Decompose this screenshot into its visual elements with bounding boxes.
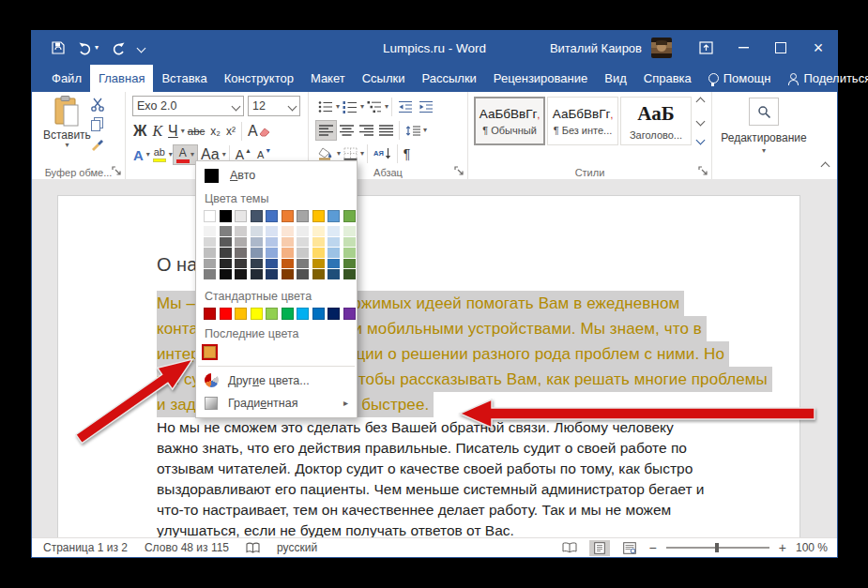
redo-button[interactable] (111, 40, 126, 55)
theme-variant-swatch[interactable] (297, 248, 309, 258)
styles-scroll-down-icon[interactable] (696, 116, 706, 126)
align-right-button[interactable] (357, 120, 376, 141)
print-layout-icon[interactable] (589, 540, 610, 556)
theme-variant-swatch[interactable] (251, 269, 263, 279)
more-colors-item[interactable]: Другие цвета... (196, 369, 357, 392)
paragraph-dialog-launcher-icon[interactable] (454, 166, 465, 177)
theme-variant-swatch[interactable] (327, 237, 340, 248)
theme-color-swatch[interactable] (327, 210, 340, 222)
copy-icon[interactable] (90, 117, 105, 131)
styles-more-icon[interactable] (696, 136, 706, 145)
page-indicator[interactable]: Страница 1 из 2 (43, 541, 128, 554)
undo-dropdown-icon[interactable]: ▾ (95, 44, 99, 52)
tab-share[interactable]: Поделиться (779, 65, 868, 92)
tab-assistant[interactable]: Помощн (700, 65, 780, 92)
theme-variant-swatch[interactable] (204, 226, 216, 236)
theme-variant-swatch[interactable] (220, 269, 232, 279)
tab-design[interactable]: Конструктор (216, 65, 302, 92)
underline-button[interactable]: Ч (165, 121, 181, 142)
text-line[interactable]: выздоравливают его пациенты. Чем меньше … (157, 479, 705, 500)
theme-variant-swatch[interactable] (251, 226, 263, 236)
theme-variant-swatch[interactable] (297, 237, 309, 248)
show-paragraph-marks-button[interactable]: ¶ (401, 143, 414, 164)
format-painter-icon[interactable] (90, 137, 105, 151)
clear-formatting-button[interactable]: А (245, 121, 273, 142)
styles-scroll-up-icon[interactable] (696, 98, 706, 107)
align-center-button[interactable] (337, 120, 357, 141)
theme-color-swatch[interactable] (204, 210, 216, 222)
web-layout-icon[interactable] (619, 540, 640, 556)
theme-variant-swatch[interactable] (297, 269, 309, 279)
align-left-button[interactable] (315, 120, 337, 141)
strikethrough-button[interactable]: abc (185, 121, 208, 142)
zoom-slider-thumb[interactable] (715, 543, 719, 552)
theme-variant-swatch[interactable] (297, 226, 309, 236)
multilevel-list-button[interactable] (364, 97, 385, 117)
tab-help[interactable]: Справка (635, 65, 700, 92)
theme-variant-swatch[interactable] (312, 248, 325, 258)
customize-qat-icon[interactable] (138, 45, 145, 52)
theme-variant-swatch[interactable] (266, 237, 278, 248)
clipboard-dialog-launcher-icon[interactable] (112, 166, 123, 177)
theme-variant-swatch[interactable] (327, 259, 340, 269)
theme-variant-swatch[interactable] (312, 259, 325, 269)
theme-variant-swatch[interactable] (327, 269, 340, 279)
theme-color-swatch[interactable] (235, 210, 247, 222)
text-line[interactable]: отзывам читателей. Доктор судит о качест… (157, 459, 705, 479)
close-button[interactable]: × (799, 31, 837, 65)
standard-color-swatch[interactable] (297, 308, 309, 320)
font-name-combo[interactable]: Exo 2.0 (132, 96, 244, 116)
font-color-button[interactable]: А ▾ (173, 144, 198, 165)
theme-color-swatch[interactable] (282, 210, 294, 222)
theme-variant-swatch[interactable] (343, 259, 356, 269)
theme-variant-swatch[interactable] (312, 237, 325, 248)
recent-color-swatch[interactable] (204, 346, 216, 358)
theme-variant-swatch[interactable] (343, 226, 356, 236)
zoom-level[interactable]: 100 % (796, 541, 828, 554)
theme-variant-swatch[interactable] (312, 226, 325, 236)
paste-button[interactable]: Вставить ▾ (43, 96, 91, 149)
theme-color-swatch[interactable] (312, 210, 325, 222)
cut-icon[interactable] (90, 98, 105, 112)
theme-color-swatch[interactable] (251, 210, 263, 222)
justify-button[interactable] (376, 120, 396, 141)
gradient-item[interactable]: Градиентная ▸ (196, 392, 357, 415)
standard-color-swatch[interactable] (312, 308, 325, 320)
theme-variant-swatch[interactable] (266, 259, 278, 269)
theme-variant-swatch[interactable] (251, 248, 263, 258)
theme-color-swatch[interactable] (297, 210, 309, 222)
theme-variant-swatch[interactable] (282, 237, 294, 248)
ribbon-display-options-icon[interactable] (687, 31, 724, 65)
theme-variant-swatch[interactable] (312, 269, 325, 279)
theme-variant-swatch[interactable] (235, 237, 247, 248)
theme-variant-swatch[interactable] (204, 248, 216, 258)
standard-color-swatch[interactable] (220, 308, 232, 320)
editing-button[interactable]: Редактирование ▾ (712, 98, 815, 155)
font-size-combo[interactable]: 12 (248, 96, 300, 116)
standard-color-swatch[interactable] (251, 308, 263, 320)
theme-variant-swatch[interactable] (282, 248, 294, 258)
proofing-icon[interactable] (246, 542, 260, 554)
standard-color-swatch[interactable] (235, 308, 247, 320)
theme-variant-swatch[interactable] (327, 248, 340, 258)
numbering-button[interactable] (340, 97, 360, 117)
theme-variant-swatch[interactable] (266, 226, 278, 236)
theme-variant-swatch[interactable] (282, 259, 294, 269)
undo-button[interactable]: ▾ (78, 40, 99, 55)
maximize-button[interactable] (762, 31, 799, 65)
theme-variant-swatch[interactable] (343, 237, 356, 248)
theme-color-swatch[interactable] (266, 210, 278, 222)
standard-color-swatch[interactable] (327, 308, 340, 320)
tab-mailings[interactable]: Рассылки (413, 65, 484, 92)
borders-dropdown-icon[interactable]: ▾ (360, 150, 364, 158)
zoom-slider[interactable] (666, 547, 769, 549)
save-icon[interactable] (51, 40, 66, 55)
text-effects-button[interactable]: А (130, 144, 146, 165)
auto-color-item[interactable]: Авто (196, 164, 357, 187)
tab-view[interactable]: Вид (596, 65, 635, 92)
read-mode-icon[interactable] (559, 540, 580, 556)
theme-variant-swatch[interactable] (266, 248, 278, 258)
theme-variant-swatch[interactable] (343, 248, 356, 258)
text-line[interactable]: улучшаться, если не будем получать ответ… (157, 520, 705, 538)
standard-color-swatch[interactable] (282, 308, 294, 320)
